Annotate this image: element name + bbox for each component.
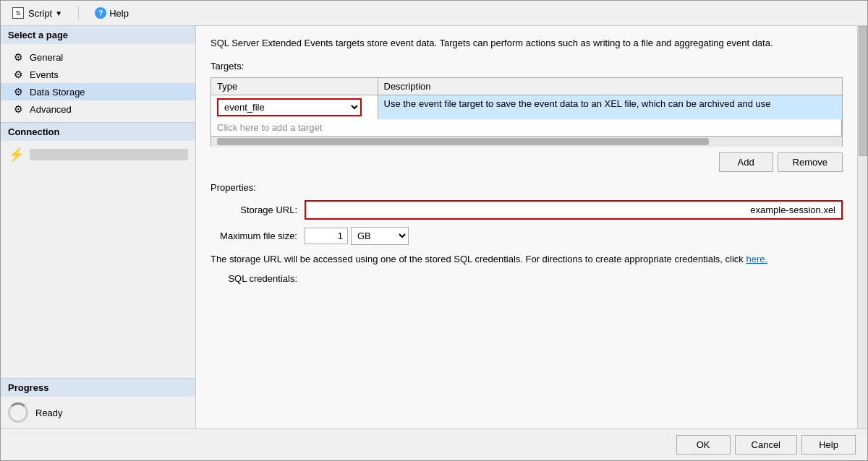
left-panel: Select a page ⚙ General ⚙ Events ⚙ Data … [1, 26, 196, 428]
sidebar-item-label: Data Storage [30, 87, 85, 98]
toolbar-separator [78, 6, 79, 20]
here-link[interactable]: here. [746, 254, 767, 264]
connection-header: Connection [1, 123, 195, 141]
type-column-header: Type [211, 78, 378, 95]
script-icon: S [12, 7, 24, 19]
add-target-row[interactable]: Click here to add a target [211, 119, 842, 136]
cancel-button[interactable]: Cancel [735, 435, 797, 454]
remove-button[interactable]: Remove [778, 152, 843, 172]
sidebar-item-data-storage[interactable]: ⚙ Data Storage [1, 83, 195, 100]
help-footer-button[interactable]: Help [801, 435, 856, 454]
connection-content: ⚡ [1, 141, 195, 168]
file-size-row: Maximum file size: KB MB GB TB [210, 227, 843, 245]
sidebar-item-advanced[interactable]: ⚙ Advanced [1, 100, 195, 118]
sidebar-item-label: Advanced [30, 104, 72, 115]
dialog-body: Select a page ⚙ General ⚙ Events ⚙ Data … [1, 26, 867, 428]
right-panel: SQL Server Extended Events targets store… [196, 26, 867, 428]
progress-status: Ready [35, 408, 63, 418]
progress-header: Progress [1, 379, 195, 397]
type-cell: event_file etw_classic_sync_target histo… [211, 95, 378, 119]
sql-credentials-row: SQL credentials: [210, 273, 843, 284]
sidebar-item-label: Events [30, 69, 59, 80]
targets-table-container: Type Description event_file etw_cl [210, 77, 843, 147]
properties-label: Properties: [210, 182, 843, 193]
ok-button[interactable]: OK [676, 435, 731, 454]
targets-table: Type Description event_file etw_cl [211, 78, 842, 136]
add-target-cell[interactable]: Click here to add a target [211, 119, 842, 136]
storage-url-input[interactable] [305, 200, 843, 220]
toolbar: S Script ▼ ? Help [1, 1, 867, 26]
sidebar-item-label: General [30, 52, 63, 63]
nav-items: ⚙ General ⚙ Events ⚙ Data Storage ⚙ Adva… [1, 44, 195, 122]
help-label: Help [109, 8, 129, 19]
connection-icon: ⚡ [8, 147, 24, 163]
scrollbar-track [211, 137, 842, 147]
progress-section: Progress Ready [1, 378, 195, 428]
connection-bar [30, 149, 188, 160]
progress-spinner [8, 402, 28, 423]
progress-content: Ready [1, 397, 195, 428]
description-column-header: Description [378, 78, 842, 95]
btn-row: Add Remove [210, 152, 843, 172]
select-page-header: Select a page [1, 26, 195, 44]
dialog-footer: OK Cancel Help [1, 428, 867, 460]
sidebar-item-general[interactable]: ⚙ General [1, 48, 195, 66]
file-size-input[interactable] [305, 228, 348, 244]
advanced-icon: ⚙ [12, 103, 24, 115]
general-icon: ⚙ [12, 51, 24, 63]
sidebar-item-events[interactable]: ⚙ Events [1, 66, 195, 83]
description-text: SQL Server Extended Events targets store… [210, 36, 843, 51]
help-icon: ? [95, 7, 106, 19]
script-label: Script [28, 8, 52, 19]
unit-select[interactable]: KB MB GB TB [351, 227, 409, 245]
info-text-content: The storage URL will be accessed using o… [210, 254, 746, 264]
script-button[interactable]: S Script ▼ [8, 5, 67, 21]
targets-label: Targets: [210, 61, 843, 72]
connection-section: Connection ⚡ [1, 122, 195, 168]
storage-url-label: Storage URL: [210, 204, 305, 215]
sql-credentials-label: SQL credentials: [210, 273, 305, 284]
right-content: SQL Server Extended Events targets store… [196, 26, 857, 428]
data-storage-icon: ⚙ [12, 86, 24, 98]
events-icon: ⚙ [12, 69, 24, 80]
horizontal-scrollbar[interactable] [211, 136, 842, 146]
description-cell: Use the event file target to save the ev… [378, 95, 842, 119]
info-text: The storage URL will be accessed using o… [210, 252, 843, 267]
file-size-label: Maximum file size: [210, 231, 305, 241]
vertical-scrollbar[interactable] [857, 26, 867, 428]
type-select[interactable]: event_file etw_classic_sync_target histo… [217, 98, 362, 116]
help-button[interactable]: ? Help [90, 5, 133, 21]
table-row: event_file etw_classic_sync_target histo… [211, 95, 842, 119]
scrollbar-thumb [217, 138, 709, 145]
script-dropdown-icon[interactable]: ▼ [55, 9, 62, 17]
scrollbar-thumb-vertical [859, 26, 867, 156]
add-button[interactable]: Add [719, 152, 773, 172]
storage-url-row: Storage URL: [210, 200, 843, 220]
